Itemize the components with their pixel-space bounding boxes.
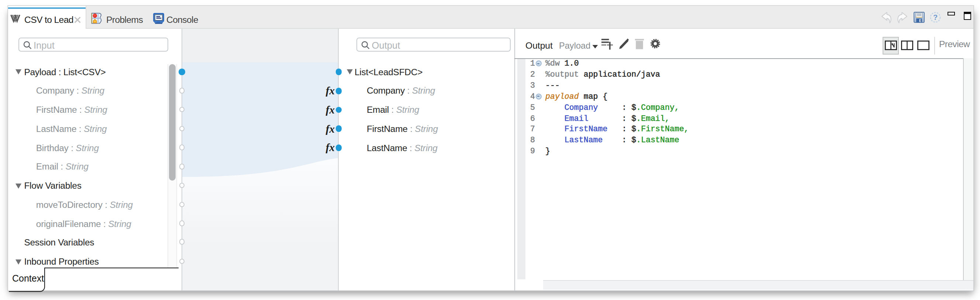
svg-text:?: ? (933, 13, 937, 21)
